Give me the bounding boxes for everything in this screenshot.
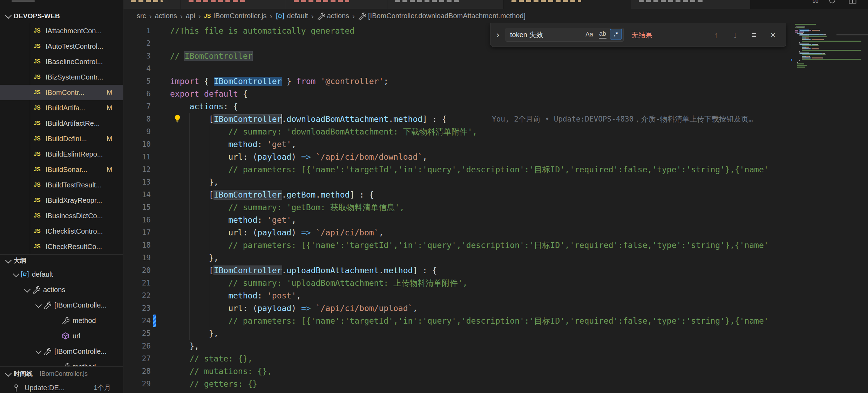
breadcrumb-item[interactable]: actions bbox=[317, 12, 349, 20]
code-line[interactable]: 20 [IBomController.uploadBomAttachment.m… bbox=[124, 264, 868, 277]
file-row[interactable]: JSIBaselineControl... bbox=[0, 54, 123, 69]
line-number[interactable]: 3 bbox=[124, 50, 151, 62]
code-line[interactable]: 9 // summary: 'downloadBomAttachment: 下载… bbox=[124, 125, 868, 138]
line-number[interactable]: 20 bbox=[124, 264, 151, 277]
line-number[interactable]: 13 bbox=[124, 176, 151, 188]
lightbulb-icon[interactable] bbox=[173, 114, 182, 123]
history-icon[interactable] bbox=[829, 0, 836, 5]
line-number[interactable]: 1 bbox=[124, 25, 151, 37]
breadcrumb-item[interactable]: api bbox=[186, 12, 195, 20]
breadcrumb-item[interactable]: src bbox=[137, 12, 146, 20]
line-number[interactable]: 29 bbox=[124, 378, 151, 390]
line-number[interactable]: 5 bbox=[124, 75, 151, 88]
timeline-entry[interactable]: Update:DE...1个月 bbox=[0, 381, 123, 393]
find-option-whole-word[interactable]: ab bbox=[597, 29, 609, 40]
line-number[interactable]: 21 bbox=[124, 277, 151, 289]
code-line[interactable]: 14 [IBomController.getBom.method] : { bbox=[124, 188, 868, 201]
editor-tab[interactable] bbox=[181, 0, 286, 9]
code-line[interactable]: 18 // parameters: [{'name':'targetId','i… bbox=[124, 239, 868, 251]
file-row[interactable]: JSIBuildArtifa...M bbox=[0, 100, 123, 116]
code-line[interactable]: 3// IBomController bbox=[124, 50, 868, 62]
code-line[interactable]: 12 // parameters: [{'name':'targetId','i… bbox=[124, 163, 868, 176]
line-number[interactable]: 2 bbox=[124, 37, 151, 50]
line-number[interactable]: 12 bbox=[124, 163, 151, 176]
timeline-section-header[interactable]: 时间线 IBomController.js bbox=[0, 367, 123, 381]
find-input[interactable]: token 失效 Aaab.* bbox=[506, 28, 624, 42]
file-row[interactable]: JSIBuildXrayReopr... bbox=[0, 193, 123, 208]
code-line[interactable]: 8 [IBomController.downloadBomAttachment.… bbox=[124, 113, 868, 125]
code-line[interactable]: 27 // state: {}, bbox=[124, 352, 868, 365]
code-line[interactable]: 10 method: 'get', bbox=[124, 138, 868, 151]
breadcrumb-item[interactable]: [IBomController.downloadBomAttachment.me… bbox=[358, 12, 525, 20]
code-line[interactable]: 28 // mutations: {}, bbox=[124, 365, 868, 378]
line-number[interactable]: 14 bbox=[124, 188, 151, 201]
line-number[interactable]: 28 bbox=[124, 365, 151, 378]
line-number[interactable]: 22 bbox=[124, 289, 151, 302]
breadcrumb-item[interactable]: actions bbox=[155, 12, 177, 20]
outline-item[interactable]: default bbox=[0, 267, 123, 282]
editor-tab[interactable] bbox=[504, 0, 631, 9]
line-number[interactable]: 8 bbox=[124, 113, 151, 125]
close-button[interactable]: × bbox=[768, 30, 778, 40]
line-number[interactable]: 24 bbox=[124, 315, 151, 327]
minimap[interactable] bbox=[791, 23, 868, 393]
outline-item[interactable]: url bbox=[0, 328, 123, 344]
outline-item[interactable]: [IBomControlle... bbox=[0, 297, 123, 313]
split-editor-icon[interactable] bbox=[849, 0, 856, 5]
file-row[interactable]: JSIBuildTestResult... bbox=[0, 177, 123, 193]
code-line[interactable]: 4 bbox=[124, 62, 868, 75]
code-line[interactable]: 5import { IBomController } from '@contro… bbox=[124, 75, 868, 88]
breadcrumb-item[interactable]: default bbox=[276, 12, 308, 20]
find-option-regex[interactable]: .* bbox=[610, 29, 622, 40]
code-line[interactable]: 13 }, bbox=[124, 176, 868, 188]
line-number[interactable]: 9 bbox=[124, 125, 151, 138]
file-row[interactable]: JSIBuildEslintRepo... bbox=[0, 146, 123, 162]
find-option-match-case[interactable]: Aa bbox=[583, 29, 595, 40]
code-editor[interactable]: 1//This file is automatically generated2… bbox=[124, 23, 868, 393]
line-number[interactable]: 4 bbox=[124, 62, 151, 75]
code-line[interactable]: 6export default { bbox=[124, 88, 868, 100]
code-line[interactable]: 21 // summary: 'uploadBomAttachment: 上传物… bbox=[124, 277, 868, 289]
outline-item[interactable]: method bbox=[0, 313, 123, 328]
file-row[interactable]: JSIAutoTestControl... bbox=[0, 39, 123, 54]
toggle-replace-button[interactable]: › bbox=[490, 23, 505, 47]
code-line[interactable]: 16 method: 'get', bbox=[124, 214, 868, 226]
next-match-button[interactable]: ↓ bbox=[730, 30, 740, 40]
code-line[interactable]: 26 }, bbox=[124, 340, 868, 352]
file-row[interactable]: JSIBuildDefini...M bbox=[0, 131, 123, 146]
line-number[interactable]: 17 bbox=[124, 226, 151, 239]
code-line[interactable]: 22 method: 'post', bbox=[124, 289, 868, 302]
outline-item[interactable]: actions bbox=[0, 282, 123, 297]
line-number[interactable]: 6 bbox=[124, 88, 151, 100]
code-line[interactable]: 7 actions: { bbox=[124, 100, 868, 113]
line-number[interactable]: 27 bbox=[124, 352, 151, 365]
editor-tab[interactable] bbox=[286, 0, 387, 9]
file-row[interactable]: JSIBuildArtifactRe... bbox=[0, 116, 123, 131]
file-row[interactable]: JSIBomContr...M bbox=[0, 85, 123, 100]
breadcrumb-item[interactable]: JSIBomController.js bbox=[204, 12, 267, 20]
previous-match-button[interactable]: ↑ bbox=[711, 30, 721, 40]
code-line[interactable]: 15 // summary: 'getBom: 获取物料清单信息', bbox=[124, 201, 868, 214]
line-number[interactable]: 7 bbox=[124, 100, 151, 113]
find-in-selection-button[interactable]: ≡ bbox=[749, 30, 759, 40]
editor-tab[interactable] bbox=[387, 0, 503, 9]
file-row[interactable]: JSIBuildSonar...M bbox=[0, 162, 123, 177]
line-number[interactable]: 18 bbox=[124, 239, 151, 251]
code-line[interactable]: 24 // parameters: [{'name':'targetId','i… bbox=[124, 315, 868, 327]
outline-section-header[interactable]: 大纲 bbox=[0, 255, 123, 267]
line-number[interactable]: 19 bbox=[124, 251, 151, 264]
code-line[interactable]: 23 url: (payload) => `/api/ci/bom/upload… bbox=[124, 302, 868, 315]
line-number[interactable]: 15 bbox=[124, 201, 151, 214]
code-line[interactable]: 25 }, bbox=[124, 327, 868, 340]
line-number[interactable]: 11 bbox=[124, 151, 151, 163]
line-number[interactable]: 23 bbox=[124, 302, 151, 315]
file-row[interactable]: JSIChecklistContro... bbox=[0, 223, 123, 239]
file-row[interactable]: JSIBusinessDictCo... bbox=[0, 208, 123, 223]
line-number[interactable]: 10 bbox=[124, 138, 151, 151]
explorer-section-header[interactable]: DEVOPS-WEB bbox=[0, 9, 123, 23]
code-line[interactable]: 17 url: (payload) => `/api/ci/bom`, bbox=[124, 226, 868, 239]
line-number[interactable]: 25 bbox=[124, 327, 151, 340]
editor-tab[interactable] bbox=[631, 0, 750, 9]
file-row[interactable]: JSICheckResultCo... bbox=[0, 239, 123, 254]
code-line[interactable]: 19 }, bbox=[124, 251, 868, 264]
